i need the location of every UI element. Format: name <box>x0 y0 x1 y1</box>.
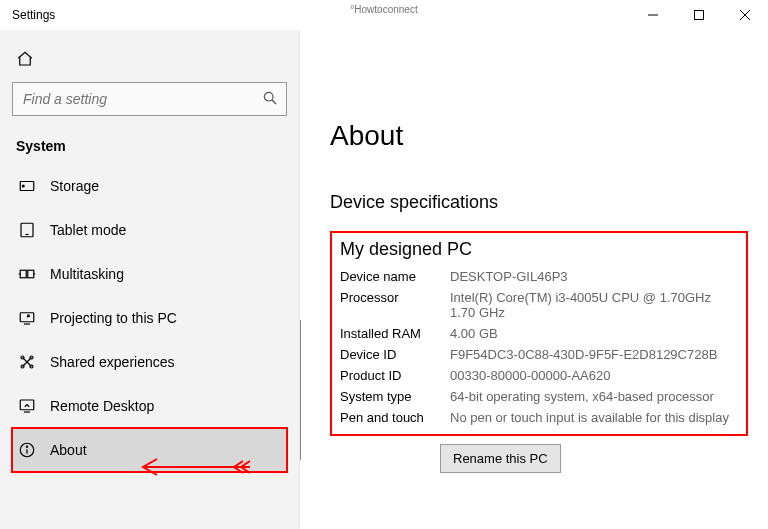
spec-label: Product ID <box>340 368 450 383</box>
spec-value: F9F54DC3-0C88-430D-9F5F-E2D8129C728B <box>450 347 738 362</box>
search-input[interactable] <box>21 90 262 108</box>
watermark-text: °Howtoconnect <box>350 4 417 15</box>
remote-desktop-icon <box>18 397 36 415</box>
sidebar-item-label: Storage <box>50 178 99 194</box>
spec-label: System type <box>340 389 450 404</box>
sidebar-item-label: Tablet mode <box>50 222 126 238</box>
rename-pc-button[interactable]: Rename this PC <box>440 444 561 473</box>
projecting-icon <box>18 309 36 327</box>
multitasking-icon <box>18 265 36 283</box>
svg-rect-1 <box>695 11 704 20</box>
minimize-button[interactable] <box>630 0 676 30</box>
sidebar-item-storage[interactable]: Storage <box>12 164 287 208</box>
sidebar-item-shared-experiences[interactable]: Shared experiences <box>12 340 287 384</box>
main-pane: About Device specifications My designed … <box>300 30 768 529</box>
svg-line-5 <box>272 100 276 104</box>
pc-name: My designed PC <box>340 239 738 260</box>
page-title: About <box>330 120 748 152</box>
spec-value: 00330-80000-00000-AA620 <box>450 368 738 383</box>
sidebar-item-remote-desktop[interactable]: Remote Desktop <box>12 384 287 428</box>
spec-value: No pen or touch input is available for t… <box>450 410 738 425</box>
spec-label: Device name <box>340 269 450 284</box>
maximize-button[interactable] <box>676 0 722 30</box>
spec-label: Pen and touch <box>340 410 450 425</box>
sidebar-item-multitasking[interactable]: Multitasking <box>12 252 287 296</box>
sidebar-item-label: Multitasking <box>50 266 124 282</box>
spec-row-system-type: System type 64-bit operating system, x64… <box>340 386 738 407</box>
home-icon[interactable] <box>16 50 287 68</box>
svg-point-25 <box>26 446 27 447</box>
svg-point-7 <box>22 185 24 187</box>
search-icon <box>262 90 278 109</box>
svg-rect-10 <box>20 270 26 278</box>
spec-label: Device ID <box>340 347 450 362</box>
storage-icon <box>18 177 36 195</box>
scrollbar-indicator[interactable] <box>300 320 301 460</box>
sidebar-item-about[interactable]: About <box>12 428 287 472</box>
sidebar-item-label: Projecting to this PC <box>50 310 177 326</box>
spec-row-ram: Installed RAM 4.00 GB <box>340 323 738 344</box>
spec-value: Intel(R) Core(TM) i3-4005U CPU @ 1.70GHz… <box>450 290 738 320</box>
tablet-icon <box>18 221 36 239</box>
section-heading: Device specifications <box>330 192 748 213</box>
spec-label: Installed RAM <box>340 326 450 341</box>
sidebar-item-label: Remote Desktop <box>50 398 154 414</box>
spec-value: DESKTOP-GIL46P3 <box>450 269 738 284</box>
svg-point-4 <box>264 92 273 101</box>
spec-row-pen-touch: Pen and touch No pen or touch input is a… <box>340 407 738 428</box>
window-title: Settings <box>12 8 55 22</box>
sidebar-item-tablet-mode[interactable]: Tablet mode <box>12 208 287 252</box>
sidebar-item-label: Shared experiences <box>50 354 175 370</box>
sidebar-item-label: About <box>50 442 87 458</box>
spec-row-product-id: Product ID 00330-80000-00000-AA620 <box>340 365 738 386</box>
svg-rect-11 <box>28 270 34 278</box>
sidebar: System Storage Tablet mode <box>0 30 300 529</box>
sidebar-group-header: System <box>16 138 283 154</box>
about-icon <box>18 441 36 459</box>
spec-row-device-name: Device name DESKTOP-GIL46P3 <box>340 266 738 287</box>
spec-value: 64-bit operating system, x64-based proce… <box>450 389 738 404</box>
spec-row-device-id: Device ID F9F54DC3-0C88-430D-9F5F-E2D812… <box>340 344 738 365</box>
sidebar-item-projecting[interactable]: Projecting to this PC <box>12 296 287 340</box>
spec-label: Processor <box>340 290 450 320</box>
title-bar: Settings °Howtoconnect <box>0 0 768 30</box>
shared-icon <box>18 353 36 371</box>
spec-row-processor: Processor Intel(R) Core(TM) i3-4005U CPU… <box>340 287 738 323</box>
search-box[interactable] <box>12 82 287 116</box>
device-spec-highlight: My designed PC Device name DESKTOP-GIL46… <box>330 231 748 436</box>
spec-value: 4.00 GB <box>450 326 738 341</box>
close-button[interactable] <box>722 0 768 30</box>
